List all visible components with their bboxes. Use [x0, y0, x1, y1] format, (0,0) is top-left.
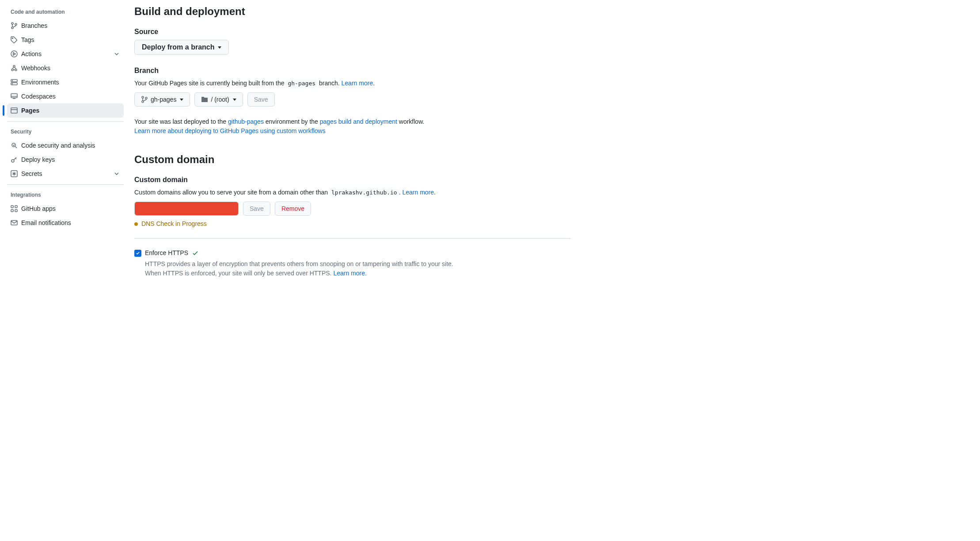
- sidebar-item-deploy-keys[interactable]: Deploy keys: [7, 152, 124, 167]
- sidebar-item-label: Actions: [21, 50, 42, 59]
- chevron-down-icon: [113, 170, 120, 177]
- check-icon: [192, 250, 199, 257]
- browser-icon: [11, 107, 18, 114]
- server-icon: [11, 79, 18, 86]
- branch-learn-more-link[interactable]: Learn more: [342, 80, 373, 87]
- key-icon: [11, 156, 18, 163]
- sidebar-item-label: Email notifications: [21, 218, 71, 228]
- svg-point-6: [15, 69, 17, 71]
- branch-description: Your GitHub Pages site is currently bein…: [134, 79, 571, 88]
- checkmark-icon: [136, 251, 140, 255]
- sidebar-item-code-security[interactable]: Code security and analysis: [7, 138, 124, 152]
- main-content: Build and deployment Source Deploy from …: [131, 0, 581, 289]
- svg-point-2: [15, 23, 17, 25]
- svg-point-23: [142, 101, 144, 103]
- custom-domain-label: Custom domain: [134, 175, 571, 185]
- sidebar-item-label: Codespaces: [21, 92, 56, 101]
- branch-code: gh-pages: [286, 80, 317, 87]
- custom-domain-save-button[interactable]: Save: [243, 202, 270, 216]
- svg-point-22: [142, 96, 144, 98]
- svg-rect-20: [15, 210, 17, 212]
- sidebar-item-email-notifications[interactable]: Email notifications: [7, 216, 124, 230]
- sidebar-group-security: Security: [7, 125, 124, 138]
- settings-sidebar: Code and automation Branches Tags Action…: [0, 0, 131, 289]
- status-dot-icon: [134, 222, 138, 226]
- svg-point-14: [12, 143, 15, 147]
- branch-picker-dropdown[interactable]: gh-pages: [134, 92, 190, 107]
- branch-save-button[interactable]: Save: [247, 92, 275, 107]
- sidebar-item-codespaces[interactable]: Codespaces: [7, 89, 124, 103]
- sidebar-item-branches[interactable]: Branches: [7, 19, 124, 33]
- sidebar-item-label: Webhooks: [21, 64, 50, 73]
- folder-picker-value: / (root): [211, 96, 229, 103]
- sidebar-item-pages[interactable]: Pages: [7, 103, 124, 118]
- dns-check-status: DNS Check in Progress: [134, 219, 571, 229]
- build-deployment-heading: Build and deployment: [134, 4, 571, 19]
- sidebar-item-label: Environments: [21, 78, 59, 87]
- svg-rect-21: [11, 221, 17, 225]
- sidebar-item-label: Secrets: [21, 169, 42, 179]
- sidebar-item-github-apps[interactable]: GitHub apps: [7, 202, 124, 216]
- branch-picker-value: gh-pages: [151, 96, 176, 103]
- caret-down-icon: [218, 46, 221, 49]
- webhook-icon: [11, 65, 18, 72]
- shield-scan-icon: [11, 142, 18, 149]
- sidebar-divider: [7, 121, 124, 122]
- git-branch-icon: [11, 22, 18, 29]
- sidebar-item-secrets[interactable]: Secrets: [7, 167, 124, 181]
- enforce-https-row: Enforce HTTPS: [134, 248, 571, 258]
- svg-rect-17: [11, 206, 13, 208]
- play-circle-icon: [11, 50, 18, 57]
- git-branch-icon: [141, 96, 148, 103]
- svg-rect-12: [11, 94, 17, 98]
- sidebar-item-label: Branches: [21, 21, 47, 30]
- svg-point-11: [12, 84, 13, 84]
- svg-rect-19: [11, 210, 13, 212]
- sidebar-item-label: Code security and analysis: [21, 141, 95, 150]
- deploy-environment-link[interactable]: github-pages: [228, 118, 264, 125]
- deploy-workflow-link[interactable]: pages build and deployment: [320, 118, 397, 125]
- https-learn-more-link[interactable]: Learn more.: [333, 270, 366, 277]
- https-description: HTTPS provides a layer of encryption tha…: [145, 259, 463, 278]
- sidebar-group-integrations: Integrations: [7, 188, 124, 202]
- custom-domain-input[interactable]: [134, 202, 239, 216]
- sidebar-group-code-automation: Code and automation: [7, 5, 124, 19]
- sidebar-item-tags[interactable]: Tags: [7, 33, 124, 47]
- source-dropdown[interactable]: Deploy from a branch: [134, 40, 229, 55]
- custom-domain-description: Custom domains allow you to serve your s…: [134, 188, 571, 197]
- section-divider: [134, 238, 571, 239]
- svg-rect-13: [11, 108, 17, 113]
- sidebar-item-actions[interactable]: Actions: [7, 47, 124, 61]
- custom-domain-learn-more-link[interactable]: Learn more: [402, 189, 434, 196]
- deploy-info-text: Your site was last deployed to the githu…: [134, 117, 571, 136]
- folder-icon: [201, 96, 208, 103]
- apps-icon: [11, 205, 18, 212]
- source-label: Source: [134, 27, 571, 37]
- sidebar-item-webhooks[interactable]: Webhooks: [7, 61, 124, 75]
- asterisk-icon: [11, 170, 18, 177]
- sidebar-item-label: GitHub apps: [21, 204, 56, 213]
- custom-domain-remove-button[interactable]: Remove: [275, 202, 311, 216]
- codespaces-icon: [11, 93, 18, 100]
- svg-point-5: [11, 69, 13, 71]
- sidebar-item-label: Pages: [21, 106, 39, 115]
- sidebar-item-label: Deploy keys: [21, 155, 55, 164]
- mail-icon: [11, 219, 18, 226]
- caret-down-icon: [233, 99, 236, 101]
- enforce-https-label: Enforce HTTPS: [145, 248, 188, 258]
- caret-down-icon: [180, 99, 183, 101]
- tag-icon: [11, 36, 18, 43]
- folder-picker-dropdown[interactable]: / (root): [194, 92, 243, 107]
- svg-point-10: [12, 80, 13, 81]
- default-domain-code: lprakashv.github.io: [330, 189, 399, 196]
- svg-point-3: [12, 38, 13, 39]
- deploy-learn-more-link[interactable]: Learn more about deploying to GitHub Pag…: [134, 127, 326, 134]
- sidebar-item-environments[interactable]: Environments: [7, 75, 124, 89]
- svg-point-1: [11, 27, 13, 29]
- custom-domain-heading: Custom domain: [134, 152, 571, 168]
- svg-point-24: [145, 97, 147, 99]
- sidebar-item-label: Tags: [21, 35, 34, 45]
- svg-point-4: [11, 51, 17, 57]
- svg-point-0: [11, 23, 13, 24]
- enforce-https-checkbox[interactable]: [134, 250, 141, 257]
